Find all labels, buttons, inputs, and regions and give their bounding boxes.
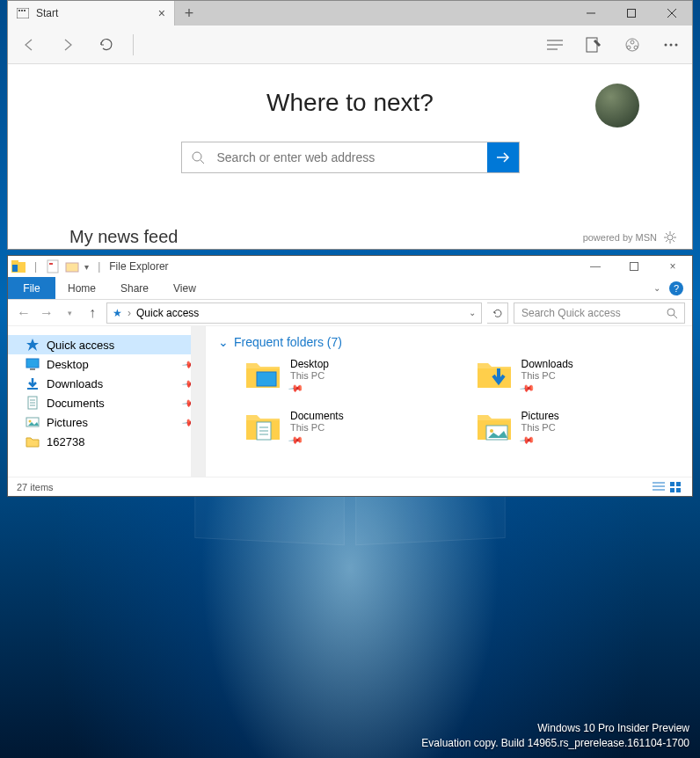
settings-gear-icon[interactable] — [664, 231, 676, 244]
download-icon — [26, 376, 40, 390]
explorer-app-icon — [11, 259, 26, 273]
nav-item-documents[interactable]: Documents📌 — [8, 393, 205, 412]
svg-rect-41 — [26, 359, 39, 368]
forward-button[interactable] — [55, 33, 80, 57]
nav-back-button[interactable]: ← — [15, 305, 33, 321]
document-icon — [26, 396, 40, 410]
pin-icon: 📌 — [519, 380, 536, 397]
minimize-button[interactable] — [571, 1, 611, 26]
browser-tab-start[interactable]: Start × — [8, 1, 175, 26]
nav-scrollbar[interactable] — [191, 326, 205, 477]
folder-item-downloads[interactable]: DownloadsThis PC📌 — [476, 358, 681, 394]
nav-item-162738[interactable]: 162738 — [8, 432, 205, 451]
explorer-close-button[interactable]: × — [653, 260, 692, 273]
nav-item-label: Pictures — [47, 416, 88, 429]
edge-browser-window: Start × + Where to next? My news feed — [7, 0, 693, 250]
file-menu[interactable]: File — [8, 277, 55, 299]
folder-name: Documents — [290, 410, 344, 422]
svg-rect-32 — [11, 260, 18, 264]
svg-point-19 — [193, 152, 201, 161]
nav-item-downloads[interactable]: Downloads📌 — [8, 374, 205, 393]
svg-rect-1 — [18, 10, 20, 11]
ribbon-expand-icon[interactable]: ⌄ — [653, 283, 660, 293]
edge-titlebar: Start × + — [8, 1, 692, 26]
folder-location: This PC — [290, 370, 329, 381]
folder-item-pictures[interactable]: PicturesThis PC📌 — [476, 410, 681, 446]
pin-icon: 📌 — [288, 432, 304, 448]
explorer-title: File Explorer — [109, 260, 168, 273]
close-window-button[interactable] — [652, 1, 692, 26]
nav-item-label: Documents — [47, 397, 105, 410]
folder-item-desktop[interactable]: DesktopThis PC📌 — [244, 358, 449, 394]
icons-view-icon[interactable] — [669, 481, 683, 493]
ribbon-tab-view[interactable]: View — [161, 277, 208, 299]
chevron-down-icon: ⌄ — [218, 335, 229, 349]
nav-item-desktop[interactable]: Desktop📌 — [8, 354, 205, 374]
desktop-icon — [26, 357, 40, 371]
address-refresh-button[interactable] — [487, 302, 508, 324]
star-icon — [26, 338, 40, 352]
folder-name: Desktop — [290, 358, 329, 370]
folder-name: Downloads — [521, 358, 573, 370]
explorer-maximize-button[interactable] — [615, 260, 653, 273]
nav-item-label: Downloads — [47, 377, 103, 390]
new-tab-button[interactable]: + — [175, 1, 203, 26]
search-icon — [182, 142, 214, 172]
folder-location: This PC — [521, 370, 573, 381]
go-button[interactable] — [487, 142, 519, 172]
svg-point-13 — [631, 40, 634, 44]
refresh-button[interactable] — [94, 33, 119, 57]
nav-recent-dropdown[interactable]: ▾ — [61, 309, 78, 317]
svg-point-17 — [670, 43, 673, 46]
toolbar-separator — [133, 34, 134, 55]
ribbon-tab-home[interactable]: Home — [55, 277, 108, 299]
address-dropdown-icon[interactable]: ⌄ — [469, 308, 476, 317]
nav-item-label: Desktop — [47, 358, 89, 371]
address-bar-row: ← → ▾ ↑ ★ › Quick access ⌄ Search Quick … — [8, 300, 692, 326]
svg-rect-35 — [49, 263, 53, 265]
properties-icon[interactable] — [46, 259, 60, 273]
frequent-folders-header[interactable]: ⌄ Frequent folders (7) — [218, 335, 680, 349]
folder-content-pane: ⌄ Frequent folders (7) DesktopThis PC📌Do… — [206, 326, 692, 477]
ribbon-tab-share[interactable]: Share — [108, 277, 161, 299]
nav-item-pictures[interactable]: Pictures📌 — [8, 412, 205, 432]
folder-icon — [476, 410, 513, 441]
file-explorer-window: | ▾ | File Explorer — × File Home Share … — [7, 255, 693, 497]
folder-item-documents[interactable]: DocumentsThis PC📌 — [244, 410, 449, 446]
svg-line-30 — [666, 240, 667, 242]
nav-up-button[interactable]: ↑ — [84, 305, 101, 321]
details-view-icon[interactable] — [652, 481, 666, 493]
svg-line-29 — [673, 233, 674, 235]
qat-dropdown-icon[interactable]: ▾ — [84, 262, 89, 272]
svg-line-27 — [666, 233, 667, 235]
address-bar[interactable]: ★ › Quick access ⌄ — [106, 302, 482, 324]
svg-marker-40 — [26, 339, 39, 351]
close-tab-icon[interactable]: × — [158, 6, 165, 20]
nav-forward-button[interactable]: → — [38, 305, 55, 321]
explorer-minimize-button[interactable]: — — [576, 260, 615, 273]
help-icon[interactable]: ? — [669, 281, 683, 295]
back-button[interactable] — [17, 33, 41, 57]
new-folder-quick-icon[interactable] — [65, 259, 79, 273]
svg-point-49 — [29, 420, 32, 423]
breadcrumb[interactable]: Quick access — [136, 307, 199, 319]
explorer-search-box[interactable]: Search Quick access — [514, 302, 685, 324]
reading-list-icon[interactable] — [543, 33, 567, 57]
nav-item-label: 162738 — [47, 435, 84, 448]
pin-icon: 📌 — [519, 432, 536, 448]
svg-point-14 — [627, 46, 631, 49]
search-input[interactable] — [214, 142, 487, 172]
web-note-icon[interactable] — [581, 33, 606, 57]
svg-line-20 — [201, 160, 204, 164]
nav-item-quick-access[interactable]: Quick access — [8, 335, 205, 354]
item-count: 27 items — [17, 482, 54, 492]
user-avatar[interactable] — [595, 84, 639, 128]
ribbon: File Home Share View ⌄ ? — [8, 277, 692, 300]
explorer-titlebar[interactable]: | ▾ | File Explorer — × — [8, 256, 692, 277]
maximize-button[interactable] — [611, 1, 652, 26]
svg-rect-2 — [21, 10, 23, 11]
share-icon[interactable] — [620, 33, 645, 57]
more-icon[interactable] — [659, 33, 683, 57]
start-tab-icon — [17, 8, 29, 18]
svg-rect-34 — [47, 260, 58, 273]
